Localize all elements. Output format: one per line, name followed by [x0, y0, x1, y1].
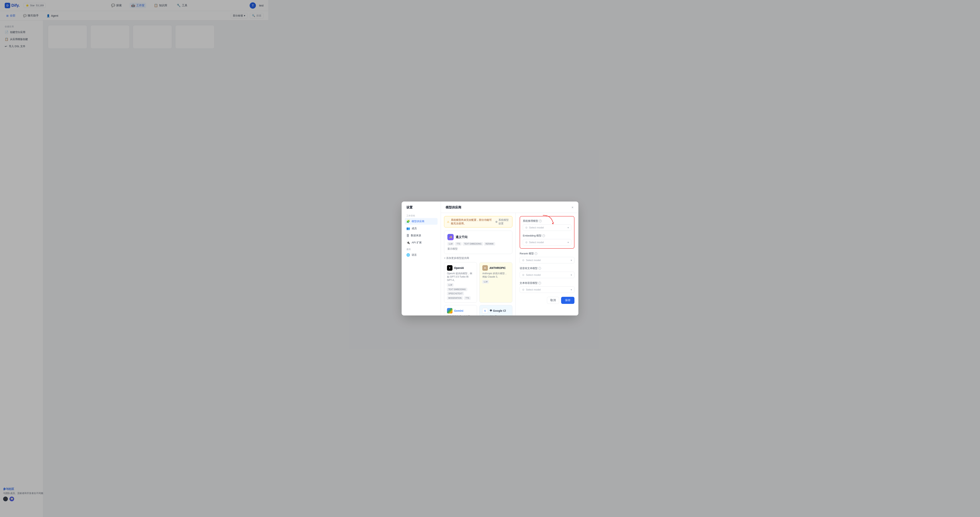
modal-overlay: 设置 工作空间 🧩 模型供应商 👥 成员 🗄 数据来源 🔌 API 扩展 通用 … [0, 0, 268, 517]
